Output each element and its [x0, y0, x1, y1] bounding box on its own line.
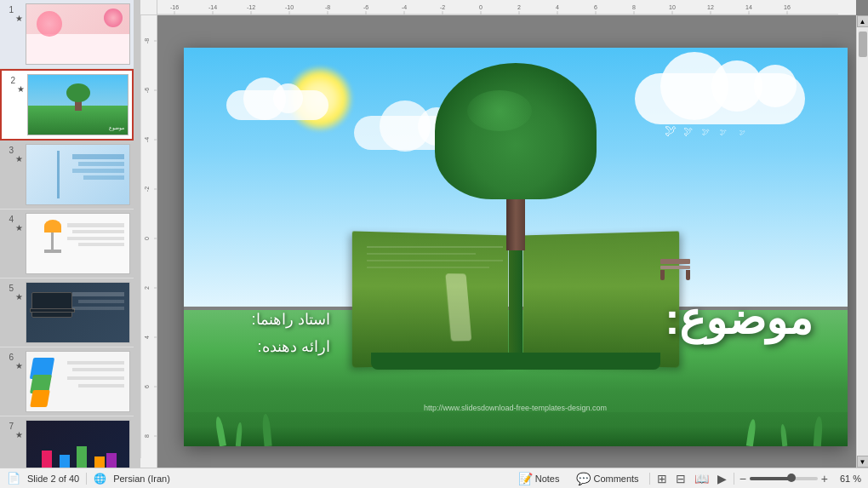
- slide-number-5: 5: [2, 284, 14, 293]
- canvas-area: -16 -14 -12 -10 -8 -6 -4 -2 0 2 4 6 8 10…: [140, 0, 868, 468]
- zoom-in-btn[interactable]: +: [821, 472, 828, 485]
- slide-number-3: 3: [2, 146, 14, 155]
- slide-item-4[interactable]: 4 ★: [0, 210, 134, 278]
- svg-text:-2: -2: [144, 187, 150, 192]
- tree-canopy: [435, 63, 597, 199]
- slideshow-icon[interactable]: ▶: [716, 470, 728, 487]
- slide-star-4: ★: [15, 223, 24, 233]
- svg-text:2: 2: [517, 4, 521, 10]
- slide-visual-2: موضوع: [28, 75, 128, 135]
- zoom-slider-fill: [750, 477, 791, 480]
- slide-item-3[interactable]: 3 ★: [0, 141, 134, 210]
- slide-item-5[interactable]: 5 ★: [0, 278, 134, 347]
- comments-icon: 💬: [576, 472, 591, 485]
- divider-2: [649, 473, 650, 485]
- slide-number-7: 7: [2, 422, 14, 431]
- scroll-track-v[interactable]: [858, 27, 868, 456]
- slide-visual-1: [26, 4, 129, 64]
- scroll-up-btn[interactable]: ▲: [857, 15, 869, 27]
- slide-item-1[interactable]: 1 ★: [0, 0, 134, 69]
- normal-view-icon[interactable]: ⊞: [655, 470, 669, 487]
- comments-label: Comments: [593, 474, 638, 484]
- svg-text:-8: -8: [325, 4, 330, 10]
- svg-text:10: 10: [669, 4, 676, 10]
- reading-view-icon[interactable]: 📖: [693, 470, 711, 487]
- ruler-corner: [140, 0, 157, 15]
- comments-button[interactable]: 💬 Comments: [573, 470, 642, 487]
- svg-text:-4: -4: [402, 4, 407, 10]
- status-bar: 📄 Slide 2 of 40 🌐 Persian (Iran) 📝 Notes…: [0, 468, 868, 488]
- status-left: 📄 Slide 2 of 40 🌐 Persian (Iran): [7, 472, 508, 485]
- scroll-down-btn[interactable]: ▼: [857, 456, 869, 468]
- svg-text:6: 6: [144, 385, 150, 388]
- svg-text:-4: -4: [144, 137, 150, 142]
- svg-text:16: 16: [784, 4, 791, 10]
- slide-visual-7: [26, 421, 129, 468]
- svg-text:4: 4: [144, 336, 150, 339]
- ruler-top-svg: -16 -14 -12 -10 -8 -6 -4 -2 0 2 4 6 8 10…: [157, 0, 856, 14]
- zoom-controls: − + 61 %: [740, 472, 861, 485]
- slide-item-6[interactable]: 6 ★: [0, 347, 134, 416]
- svg-text:2: 2: [144, 286, 150, 290]
- svg-text:8: 8: [632, 4, 636, 10]
- birds: 🕊 🕊 🕊 🕊 🕊: [665, 116, 745, 138]
- svg-text:12: 12: [707, 4, 714, 10]
- svg-text:-12: -12: [247, 4, 255, 10]
- scrollbar-right: ▲ ▼: [856, 15, 868, 468]
- slide-thumb-6[interactable]: [26, 351, 130, 412]
- slide-visual-6: [26, 352, 129, 411]
- slide-thumb-7[interactable]: [26, 420, 130, 468]
- slide-star-3: ★: [15, 154, 24, 164]
- svg-text:0: 0: [144, 237, 150, 240]
- svg-text:-2: -2: [440, 4, 445, 10]
- ruler-left: -8 -6 -4 -2 0 2 4 6 8: [140, 15, 157, 468]
- svg-text:4: 4: [556, 4, 559, 10]
- svg-text:14: 14: [745, 4, 752, 10]
- slide-star-6: ★: [15, 361, 24, 370]
- slide-item-2[interactable]: 2 ★ موضوع: [0, 69, 134, 141]
- slide-display: 🕊 🕊 🕊 🕊 🕊: [174, 34, 856, 459]
- slide-star-5: ★: [15, 292, 24, 301]
- slide-thumb-1[interactable]: [26, 3, 130, 65]
- zoom-slider-thumb[interactable]: [787, 474, 796, 482]
- scroll-thumb-v[interactable]: [859, 32, 867, 57]
- slide-number-6: 6: [2, 353, 14, 362]
- svg-text:-16: -16: [170, 4, 179, 10]
- main-area: 1 ★ 2 ★: [0, 0, 868, 468]
- slide-thumb-5[interactable]: [26, 282, 130, 343]
- zoom-percent: 61 %: [831, 474, 861, 484]
- svg-text:-8: -8: [144, 38, 150, 43]
- zoom-slider[interactable]: [750, 477, 818, 480]
- divider-1: [86, 473, 87, 485]
- notes-label: Notes: [535, 474, 560, 484]
- notes-icon: 📝: [518, 472, 533, 485]
- slide-visual-4: [26, 214, 129, 273]
- language-icon: 🌐: [94, 473, 106, 485]
- slide-info: Slide 2 of 40: [27, 474, 79, 484]
- slide-star-7: ★: [15, 430, 24, 439]
- svg-text:-14: -14: [208, 4, 217, 10]
- slide-number-4: 4: [2, 215, 14, 224]
- notes-button[interactable]: 📝 Notes: [515, 470, 563, 487]
- ruler-top: -16 -14 -12 -10 -8 -6 -4 -2 0 2 4 6 8 10…: [157, 0, 856, 15]
- slide-thumb-2[interactable]: موضوع: [27, 74, 128, 135]
- cloud-1: [226, 90, 328, 120]
- slide-title-text: موضوع:: [665, 293, 813, 344]
- bench: [660, 259, 690, 280]
- slide-visual-3: [26, 145, 129, 204]
- slide-number-1: 1: [2, 5, 14, 14]
- slide-star-2: ★: [17, 84, 26, 94]
- zoom-out-btn[interactable]: −: [740, 472, 746, 485]
- language-label: Persian (Iran): [113, 474, 170, 484]
- status-center: 📝 Notes 💬 Comments: [515, 470, 642, 487]
- slide-thumb-3[interactable]: [26, 144, 130, 205]
- slide-star-1: ★: [15, 14, 24, 23]
- slide-item-7[interactable]: 7 ★: [0, 416, 134, 468]
- divider-3: [734, 473, 734, 485]
- slide-thumb-4[interactable]: [26, 213, 130, 274]
- active-slide: 🕊 🕊 🕊 🕊 🕊: [184, 48, 848, 446]
- page-icon: 📄: [7, 472, 20, 485]
- slide-sorter-icon[interactable]: ⊟: [674, 470, 688, 487]
- url-watermark: http://www.slidesdownload-free-templates…: [424, 404, 607, 412]
- ruler-left-svg: -8 -6 -4 -2 0 2 4 6 8: [140, 15, 157, 458]
